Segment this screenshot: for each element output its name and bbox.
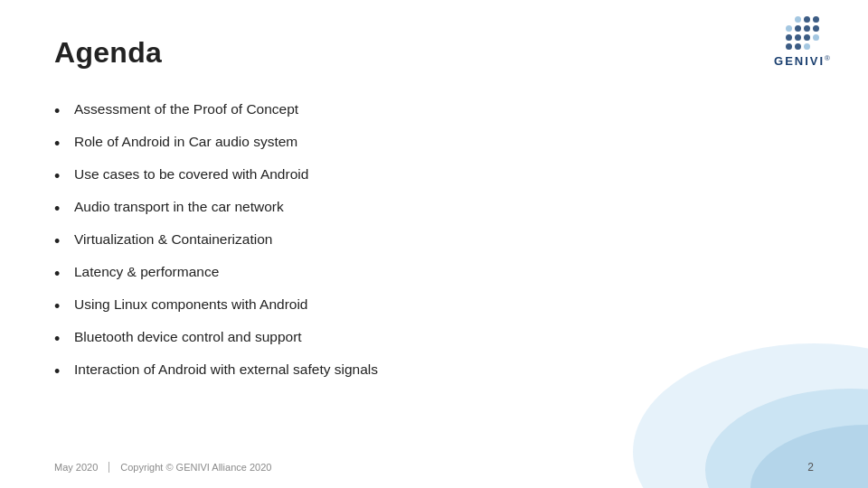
- bullet-text: Audio transport in the car network: [74, 196, 284, 217]
- bullet-dot: •: [54, 327, 74, 352]
- footer-copyright: Copyright © GENIVI Alliance 2020: [120, 462, 271, 473]
- list-item: •Assessment of the Proof of Concept: [54, 95, 814, 127]
- bullet-text: Using Linux components with Android: [74, 294, 307, 314]
- list-item: •Virtualization & Containerization: [54, 225, 814, 258]
- bullet-text: Interaction of Android with external saf…: [74, 359, 378, 380]
- slide: GENIVI® Agenda •Assessment of the Proof …: [0, 0, 868, 488]
- bullet-text: Role of Android in Car audio system: [74, 131, 297, 152]
- logo-dots: [786, 16, 820, 51]
- bullet-text: Bluetooth device control and support: [74, 326, 302, 347]
- footer: May 2020 Copyright © GENIVI Alliance 202…: [54, 461, 814, 474]
- bullet-text: Use cases to be covered with Android: [74, 164, 308, 184]
- bullet-dot: •: [54, 295, 74, 319]
- list-item: •Bluetooth device control and support: [54, 323, 814, 355]
- bullet-dot: •: [54, 164, 74, 189]
- list-item: •Latency & performance: [54, 258, 814, 290]
- footer-left: May 2020 Copyright © GENIVI Alliance 202…: [54, 462, 271, 473]
- bullet-text: Assessment of the Proof of Concept: [74, 99, 298, 119]
- list-item: •Using Linux components with Android: [54, 290, 814, 323]
- list-item: •Interaction of Android with external sa…: [54, 355, 814, 388]
- list-item: •Use cases to be covered with Android: [54, 160, 814, 192]
- bullet-dot: •: [54, 262, 74, 286]
- bullet-text: Latency & performance: [74, 261, 219, 282]
- list-item: •Audio transport in the car network: [54, 192, 814, 225]
- footer-divider: [108, 462, 109, 473]
- bullet-dot: •: [54, 197, 74, 221]
- bullet-dot: •: [54, 230, 74, 254]
- svg-point-2: [750, 425, 868, 488]
- bullet-dot: •: [54, 99, 74, 124]
- logo-area: GENIVI®: [774, 16, 832, 68]
- footer-page: 2: [807, 461, 814, 474]
- list-item: •Role of Android in Car audio system: [54, 127, 814, 160]
- bullet-list: •Assessment of the Proof of Concept•Role…: [54, 95, 814, 388]
- bullet-dot: •: [54, 360, 74, 384]
- bullet-text: Virtualization & Containerization: [74, 229, 272, 249]
- logo-name: GENIVI®: [774, 54, 832, 68]
- footer-date: May 2020: [54, 462, 98, 473]
- page-title: Agenda: [54, 36, 814, 70]
- bullet-dot: •: [54, 132, 74, 156]
